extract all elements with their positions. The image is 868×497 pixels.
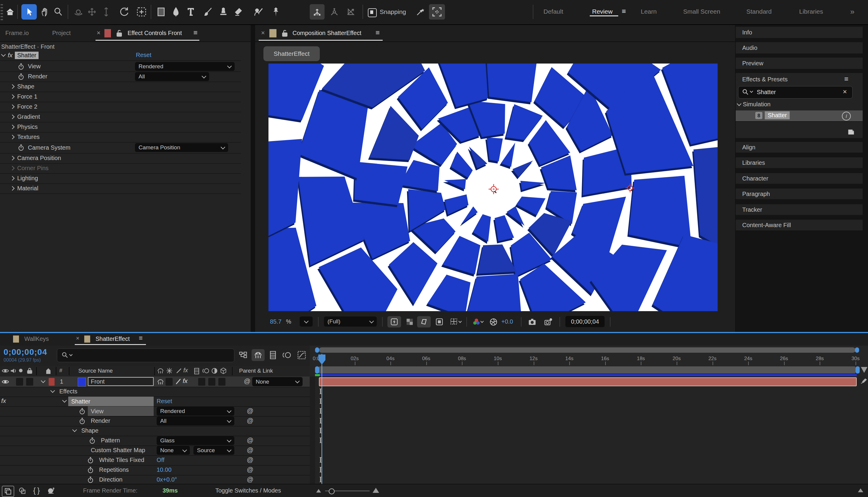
- pickwhip-icon[interactable]: @: [247, 417, 253, 425]
- puppet-pin-tool[interactable]: [269, 5, 282, 18]
- search-icon[interactable]: [742, 88, 749, 96]
- pickwhip-icon[interactable]: @: [247, 446, 253, 454]
- solo-toggle-well[interactable]: [26, 378, 33, 386]
- lock-icon[interactable]: [116, 29, 123, 38]
- mask-visibility-button[interactable]: [433, 316, 445, 327]
- parent-link-column-header[interactable]: Parent & Link: [239, 368, 273, 374]
- panel-tracker[interactable]: Tracker: [736, 204, 863, 215]
- custom-shatter-map-dropdown[interactable]: None: [157, 446, 190, 455]
- world-axis-mode[interactable]: [327, 4, 342, 19]
- layer-row[interactable]: 1 Front fx @ None: [0, 377, 310, 387]
- stopwatch-view-icon[interactable]: [18, 63, 24, 70]
- effects-result-row[interactable]: 8 Shatter i: [736, 111, 863, 121]
- tab-wallkeys[interactable]: WallKeys: [24, 336, 49, 342]
- layer-visibility-icon[interactable]: [2, 379, 9, 385]
- custom-shatter-map-label[interactable]: Custom Shatter Map: [91, 447, 145, 454]
- time-navigator-bar[interactable]: [319, 347, 855, 353]
- zoom-value[interactable]: 85.7: [270, 318, 281, 325]
- grid-guides-button[interactable]: [448, 316, 463, 327]
- expand-gradient-icon[interactable]: [10, 115, 15, 119]
- layer-name-field[interactable]: Front: [88, 377, 154, 386]
- group-camera-position[interactable]: Camera Position: [17, 155, 61, 161]
- mask-expansion-icon[interactable]: [429, 4, 445, 19]
- view-dropdown[interactable]: Rendered: [157, 407, 234, 416]
- direction-row[interactable]: Direction 0x+0.0° @: [0, 475, 310, 485]
- dolly-camera-tool[interactable]: [101, 6, 112, 18]
- search-icon[interactable]: [61, 352, 69, 359]
- region-of-interest-button[interactable]: [417, 316, 431, 327]
- exposure-shutter-icon[interactable]: [487, 316, 500, 327]
- repetitions-value[interactable]: 10.00: [157, 466, 172, 473]
- tab-project[interactable]: Project: [52, 30, 71, 37]
- show-snapshot-button[interactable]: [542, 316, 555, 327]
- pen-tool[interactable]: [170, 5, 182, 18]
- effect-control-point-center[interactable]: [489, 184, 499, 194]
- prop-camera-system-label[interactable]: Camera System: [28, 144, 70, 151]
- frame-blend-toggle-well[interactable]: [198, 378, 205, 386]
- expand-lighting-icon[interactable]: [10, 176, 15, 181]
- layer-shy-icon[interactable]: [157, 379, 164, 385]
- white-tiles-fixed-value[interactable]: Off: [157, 457, 164, 464]
- orbit-camera-tool[interactable]: [72, 6, 84, 18]
- toggle-switches-modes-button[interactable]: Toggle Switches / Modes: [215, 487, 281, 494]
- pickwhip-icon[interactable]: @: [247, 475, 253, 483]
- repetitions-row[interactable]: Repetitions 10.00 @: [0, 465, 310, 475]
- workspace-overflow-icon[interactable]: »: [850, 7, 854, 16]
- parent-pickwhip-icon[interactable]: @: [244, 377, 250, 385]
- selection-tool[interactable]: [21, 4, 37, 19]
- prop-render-label[interactable]: Render: [28, 73, 47, 80]
- parent-dropdown[interactable]: None: [252, 377, 303, 386]
- search-input[interactable]: Shatter: [757, 89, 776, 96]
- motion-blur-toggle-well[interactable]: [208, 378, 215, 386]
- repetitions-label[interactable]: Repetitions: [99, 466, 129, 473]
- shape-group-label[interactable]: Shape: [81, 427, 99, 434]
- stopwatch-camera-system-icon[interactable]: [18, 144, 24, 151]
- stopwatch-icon[interactable]: [79, 417, 85, 425]
- effects-search-box[interactable]: Shatter ×: [738, 86, 853, 99]
- prop-view-label[interactable]: View: [28, 63, 41, 70]
- snapping-label[interactable]: Snapping: [380, 8, 406, 15]
- shatter-effect-row[interactable]: fx Shatter Reset: [0, 397, 310, 407]
- timeline-search-box[interactable]: [57, 349, 234, 362]
- direction-value[interactable]: 0x+0.0°: [157, 476, 177, 483]
- composition-breadcrumb[interactable]: ShatterEffect: [263, 46, 320, 61]
- expand-force2-icon[interactable]: [10, 104, 15, 109]
- panel-character[interactable]: Character: [736, 173, 863, 184]
- search-options-chevron-icon[interactable]: [69, 353, 72, 356]
- snapshot-button[interactable]: [526, 316, 539, 327]
- clone-stamp-tool[interactable]: [217, 5, 230, 18]
- timeline-zoom-in-icon[interactable]: [372, 488, 379, 493]
- panel-menu-icon[interactable]: ≡: [844, 75, 849, 83]
- workspace-small-screen[interactable]: Small Screen: [683, 8, 720, 15]
- composition-viewer[interactable]: [268, 63, 718, 311]
- group-material[interactable]: Material: [17, 185, 38, 192]
- group-force1[interactable]: Force 1: [17, 93, 38, 100]
- rotation-tool[interactable]: [118, 5, 131, 18]
- effect-name[interactable]: Shatter: [15, 52, 39, 59]
- local-axis-mode[interactable]: [310, 4, 325, 19]
- collapse-toggle-well[interactable]: [165, 378, 173, 386]
- frame-blending-button[interactable]: [267, 350, 279, 360]
- effects-group-simulation[interactable]: Simulation: [743, 101, 770, 108]
- pattern-label[interactable]: Pattern: [101, 437, 120, 444]
- panel-libraries[interactable]: Libraries: [736, 157, 863, 168]
- snapping-checkbox[interactable]: [368, 8, 377, 17]
- panel-menu-icon[interactable]: ≡: [193, 28, 197, 37]
- expand-force1-icon[interactable]: [10, 95, 15, 99]
- snail-render-button[interactable]: [45, 486, 58, 496]
- scroll-up-icon[interactable]: [858, 488, 863, 492]
- brush-tool[interactable]: [202, 5, 214, 18]
- rectangle-tool[interactable]: [155, 5, 167, 18]
- timeline-zoom-handle[interactable]: [329, 488, 335, 494]
- tab-composition[interactable]: Composition ShatterEffect: [293, 30, 361, 37]
- view-dropdown[interactable]: Rendered: [135, 62, 235, 71]
- stopwatch-render-icon[interactable]: [18, 73, 24, 80]
- shy-layers-button[interactable]: [252, 349, 265, 361]
- custom-shatter-map-row[interactable]: Custom Shatter Map None Source @: [0, 446, 310, 456]
- resolution-dropdown[interactable]: (Full): [324, 316, 377, 327]
- navigator-start-handle[interactable]: [315, 347, 319, 353]
- group-physics[interactable]: Physics: [17, 124, 38, 130]
- tab-shattereffect[interactable]: ShatterEffect: [95, 336, 130, 342]
- pickwhip-icon[interactable]: @: [247, 466, 253, 473]
- zoom-tool[interactable]: [52, 5, 64, 18]
